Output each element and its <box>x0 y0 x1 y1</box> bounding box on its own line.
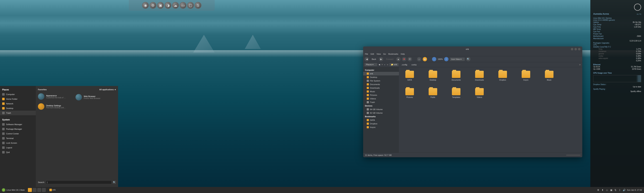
new-tab-icon[interactable]: ▪ <box>384 64 385 66</box>
places-trash[interactable]: Trash <box>0 111 36 115</box>
home-button[interactable]: ⌂ <box>417 57 421 61</box>
favorite-web-browser[interactable]: Web BrowserFirefox Web Browser <box>73 93 118 102</box>
reload-button[interactable]: ⟳ <box>408 57 412 61</box>
tray-network-icon[interactable]: ⇅ <box>614 189 617 192</box>
up-button[interactable]: ▲ <box>396 57 400 61</box>
folder-insync[interactable]: Insync <box>519 71 533 81</box>
back-button[interactable]: ◀ <box>364 57 369 61</box>
breadcrumb-conky[interactable]: conky <box>410 63 418 66</box>
menu-file[interactable]: File <box>365 53 368 55</box>
clock[interactable]: Sun Jan 8, 17:16 <box>627 189 642 191</box>
sidebar-filesystem[interactable]: File System <box>363 79 399 83</box>
system-software-manager[interactable]: Software Manager <box>0 122 36 127</box>
system-terminal[interactable]: Terminal <box>0 136 36 141</box>
launcher-twitter-icon[interactable]: ☁ <box>172 2 179 9</box>
breadcrumb-erik[interactable]: 📁 erik <box>390 63 398 66</box>
folder-videos[interactable]: Videos <box>472 88 486 98</box>
folder-downloads[interactable]: Downloads <box>472 71 486 81</box>
menu-edit[interactable]: Edit <box>371 53 374 55</box>
system-package-manager[interactable]: Package Manager <box>0 127 36 131</box>
zoom-slider[interactable] <box>566 155 580 156</box>
sidebar-bookmark-insync[interactable]: Insync <box>363 125 399 129</box>
start-button[interactable]: Linux Mint 18.1 Mate <box>0 188 26 192</box>
sidebar-pictures[interactable]: Pictures <box>363 93 399 97</box>
path-back-icon[interactable]: ◀ <box>378 63 380 66</box>
places-computer[interactable]: Computer <box>0 92 36 97</box>
sidebar-music[interactable]: Music <box>363 90 399 93</box>
sidebar-erik[interactable]: erik <box>363 72 399 75</box>
system-logout[interactable]: Logout <box>0 145 36 150</box>
search-button-icon[interactable]: 🔍 <box>113 181 116 184</box>
cpu-graph <box>593 75 641 82</box>
system-quit[interactable]: Quit <box>0 150 36 155</box>
crumb-close-icon[interactable]: ✖ <box>382 63 383 66</box>
menu-view[interactable]: View <box>376 53 381 55</box>
launcher-steam-icon[interactable]: ⚙ <box>150 2 156 9</box>
quicklaunch-3-icon[interactable] <box>42 188 46 192</box>
tray-volume-icon[interactable]: 🔊 <box>623 189 626 192</box>
sidebar-volume-82[interactable]: 82 GB Volume <box>363 111 399 115</box>
places-network[interactable]: Network <box>0 101 36 106</box>
sidebar-documents[interactable]: Documents <box>363 83 399 86</box>
tray-dropbox-icon[interactable]: ◇ <box>606 189 608 192</box>
sidebar-downloads[interactable]: Downloads <box>363 86 399 90</box>
system-lock-screen[interactable]: Lock Screen <box>0 141 36 145</box>
launcher-display-icon[interactable]: ▢ <box>187 2 194 9</box>
taskbar-task-erik[interactable]: erik <box>47 189 58 191</box>
menu-go[interactable]: Go <box>383 53 386 55</box>
sublabel: Firefox Web Browser <box>84 97 100 99</box>
sidebar-bookmark-data[interactable]: DATA <box>363 118 399 122</box>
places-dropdown[interactable]: Places ▾ <box>364 63 377 66</box>
folder-pictures[interactable]: Pictures <box>402 88 417 98</box>
breadcrumb-config[interactable]: .config <box>400 63 408 66</box>
close-button[interactable] <box>578 48 580 50</box>
folder-documents[interactable]: Documents <box>449 71 463 81</box>
sidebar-trash[interactable]: Trash <box>363 100 399 104</box>
zoom-out-button[interactable]: − <box>432 57 436 61</box>
all-applications-button[interactable]: All applications ➜ <box>99 88 116 91</box>
search-button[interactable]: 🔍 <box>466 57 470 61</box>
tray-shield-icon[interactable]: ⛨ <box>597 189 600 192</box>
search-input[interactable] <box>46 181 112 184</box>
launcher-terminal-icon[interactable]: ▣ <box>157 2 164 9</box>
titlebar[interactable]: erik <box>363 46 582 52</box>
taskbar: Linux Mint 18.1 Mate erik ⛨ ⬆ ◇ ▣ ⇅ ᛒ 🔊 … <box>0 187 644 193</box>
menu-bookmarks[interactable]: Bookmarks <box>388 53 398 55</box>
minimize-button[interactable] <box>571 48 573 50</box>
launcher-firefox-icon[interactable]: ◉ <box>142 2 149 9</box>
sidebar-videos[interactable]: Videos <box>363 97 399 100</box>
process-row: conky0,38% <box>593 55 641 57</box>
menu-help[interactable]: Help <box>401 53 405 55</box>
places-desktop[interactable]: Desktop <box>0 106 36 111</box>
quicklaunch-files-icon[interactable] <box>28 188 32 192</box>
favorite-desktop-settings[interactable]: Desktop SettingsFine-tune desktop sett… <box>36 102 118 111</box>
sidebar-desktop[interactable]: Desktop <box>363 75 399 79</box>
folder-templates[interactable]: Templates <box>449 88 463 98</box>
folder-public[interactable]: Public <box>426 88 440 98</box>
folder-dropbox[interactable]: Dropbox <box>496 71 510 81</box>
launcher-briefcase-icon[interactable]: ▭ <box>180 2 186 9</box>
sidebar-volume-84[interactable]: 84 GB Volume <box>363 108 399 111</box>
quicklaunch-1-icon[interactable] <box>32 188 36 192</box>
launcher-skype-icon[interactable]: S <box>195 2 202 9</box>
tray-updates-icon[interactable]: ⬆ <box>601 189 604 192</box>
system-control-center[interactable]: Control Center <box>0 131 36 136</box>
top-launcher-bar: ◉ ⚙ ▣ ◑ ☁ ▭ ▢ S <box>129 0 215 11</box>
launcher-chrome-icon[interactable]: ◑ <box>164 2 172 9</box>
sidebar-bookmark-dropbox[interactable]: Dropbox <box>363 122 399 125</box>
forward-button[interactable]: ▶ <box>379 57 383 61</box>
stop-button[interactable]: ✖ <box>402 57 406 61</box>
computer-button[interactable]: ▣ <box>423 57 427 61</box>
folder-view[interactable]: DATADesktopDocumentsDownloadsDropboxInsy… <box>399 67 582 153</box>
folder-desktop[interactable]: Desktop <box>426 71 440 81</box>
conky-logo-icon <box>634 3 641 11</box>
zoom-in-button[interactable]: + <box>444 57 448 61</box>
places-home-folder[interactable]: Home Folder <box>0 97 36 101</box>
folder-data[interactable]: DATA <box>402 71 417 81</box>
folder-music[interactable]: Music <box>542 71 556 81</box>
tray-bluetooth-icon[interactable]: ᛒ <box>618 189 621 192</box>
quicklaunch-2-icon[interactable] <box>37 188 41 192</box>
maximize-button[interactable] <box>574 48 577 50</box>
view-mode-select[interactable]: Icon View ▾ <box>450 57 465 61</box>
tray-image-icon[interactable]: ▣ <box>610 189 613 192</box>
